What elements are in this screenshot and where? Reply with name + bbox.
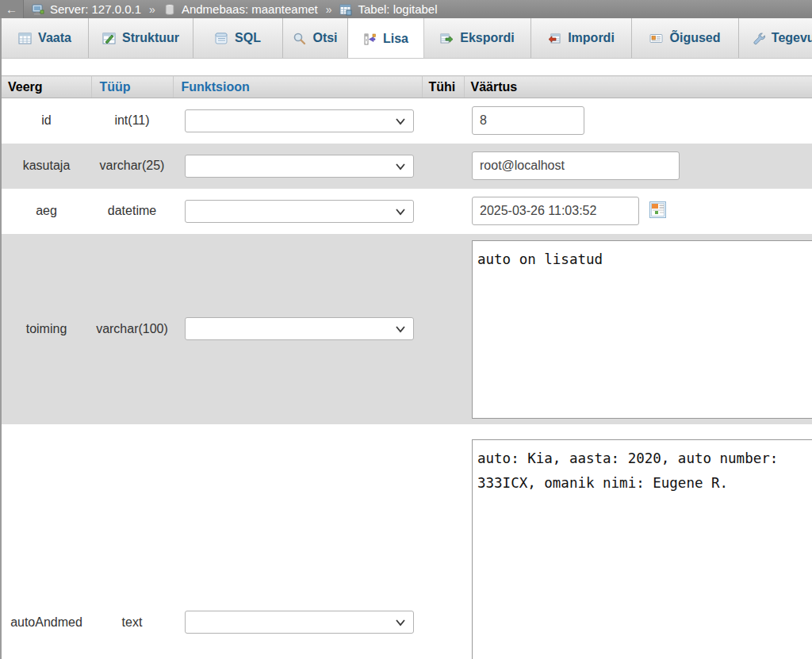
insert-form-table: Veerg Tüüp Funktsioon Tühi Väärtus id in… bbox=[2, 75, 812, 659]
breadcrumb-table-label: Tabel: logitabel bbox=[358, 2, 437, 16]
tab-insert[interactable]: Lisa bbox=[348, 18, 424, 59]
row-kasutaja: kasutaja varchar(25) bbox=[2, 144, 812, 189]
function-select-id[interactable] bbox=[185, 109, 414, 132]
function-select[interactable] bbox=[186, 201, 413, 222]
back-arrow-icon: ← bbox=[6, 2, 17, 16]
search-icon bbox=[293, 32, 306, 45]
browse-table-icon bbox=[18, 32, 32, 45]
tab-browse[interactable]: Vaata bbox=[2, 18, 89, 58]
column-type: text bbox=[91, 424, 173, 659]
privileges-icon bbox=[649, 32, 663, 45]
table-header-row: Veerg Tüüp Funktsioon Tühi Väärtus bbox=[2, 76, 812, 98]
row-autoandmed: autoAndmed text auto: Kia, aasta: 2020, … bbox=[2, 424, 812, 659]
header-type-link[interactable]: Tüüp bbox=[91, 76, 173, 98]
tab-structure[interactable]: Struktuur bbox=[89, 18, 193, 58]
tab-operations[interactable]: Tegevused bbox=[739, 18, 812, 58]
phpmyadmin-insert-page: ← Server: 127.0.0.1 » Andmebaas: maantea… bbox=[0, 0, 812, 659]
function-select[interactable] bbox=[186, 110, 413, 132]
column-name: aeg bbox=[2, 189, 91, 234]
column-type: varchar(100) bbox=[91, 234, 173, 424]
column-type: datetime bbox=[91, 189, 173, 234]
row-aeg: aeg datetime bbox=[2, 189, 812, 234]
value-input-kasutaja[interactable] bbox=[472, 151, 680, 180]
null-cell bbox=[422, 189, 464, 234]
tab-insert-label: Lisa bbox=[383, 32, 408, 46]
tab-bar: Vaata Struktuur SQL bbox=[2, 18, 812, 59]
tab-search-label: Otsi bbox=[312, 31, 337, 45]
function-select-kasutaja[interactable] bbox=[185, 155, 414, 178]
tab-privileges-label: Õigused bbox=[669, 31, 720, 45]
import-icon bbox=[548, 32, 561, 45]
breadcrumb: ← Server: 127.0.0.1 » Andmebaas: maantea… bbox=[0, 0, 812, 18]
sql-scroll-icon bbox=[215, 32, 228, 45]
tab-export-label: Ekspordi bbox=[460, 31, 514, 45]
tab-structure-label: Struktuur bbox=[122, 31, 179, 45]
function-select-toiming[interactable] bbox=[185, 317, 414, 340]
structure-icon bbox=[102, 32, 116, 45]
breadcrumb-database[interactable]: Andmebaas: maanteamet bbox=[163, 2, 318, 16]
breadcrumb-database-label: Andmebaas: maanteamet bbox=[182, 2, 318, 16]
breadcrumb-table[interactable]: Tabel: logitabel bbox=[339, 2, 437, 16]
calendar-icon bbox=[649, 201, 666, 218]
insert-icon bbox=[363, 33, 377, 46]
header-value: Väärtus bbox=[464, 76, 812, 98]
operations-wrench-icon bbox=[752, 32, 765, 45]
function-select-aeg[interactable] bbox=[185, 200, 414, 223]
tab-sql[interactable]: SQL bbox=[193, 18, 283, 58]
value-input-id[interactable] bbox=[472, 106, 584, 135]
tab-search[interactable]: Otsi bbox=[283, 18, 348, 58]
null-cell bbox=[422, 424, 464, 659]
row-toiming: toiming varchar(100) auto on lisatud bbox=[2, 234, 812, 424]
breadcrumb-separator: » bbox=[149, 3, 155, 16]
tab-browse-label: Vaata bbox=[38, 31, 71, 45]
column-type: varchar(25) bbox=[91, 144, 173, 189]
tab-import[interactable]: Impordi bbox=[531, 18, 632, 58]
column-name: kasutaja bbox=[2, 144, 91, 189]
main-panel: Vaata Struktuur SQL bbox=[0, 18, 812, 659]
tab-privileges[interactable]: Õigused bbox=[632, 18, 739, 58]
column-name: toiming bbox=[2, 234, 91, 424]
calendar-picker-button[interactable] bbox=[649, 201, 666, 221]
back-button[interactable]: ← bbox=[0, 0, 24, 18]
null-cell bbox=[422, 98, 464, 144]
null-cell bbox=[422, 234, 464, 424]
column-type: int(11) bbox=[91, 98, 173, 144]
function-select[interactable] bbox=[186, 155, 413, 177]
table-icon bbox=[339, 3, 352, 16]
breadcrumb-server-label: Server: 127.0.0.1 bbox=[50, 2, 141, 16]
value-textarea-autoandmed[interactable]: auto: Kia, aasta: 2020, auto number: 333… bbox=[472, 439, 812, 659]
row-id: id int(11) bbox=[2, 98, 812, 144]
breadcrumb-server[interactable]: Server: 127.0.0.1 bbox=[32, 2, 141, 16]
header-column: Veerg bbox=[2, 76, 91, 98]
column-name: id bbox=[2, 98, 91, 144]
spacer bbox=[2, 59, 812, 75]
server-icon bbox=[32, 3, 44, 16]
header-null: Tühi bbox=[422, 76, 464, 98]
null-cell bbox=[422, 144, 464, 189]
function-select[interactable] bbox=[186, 611, 413, 633]
tab-import-label: Impordi bbox=[568, 31, 615, 45]
tab-sql-label: SQL bbox=[235, 31, 261, 45]
function-select[interactable] bbox=[186, 318, 413, 339]
tab-export[interactable]: Ekspordi bbox=[424, 18, 531, 58]
value-textarea-toiming[interactable]: auto on lisatud bbox=[472, 240, 812, 419]
value-input-aeg[interactable] bbox=[472, 197, 639, 225]
tab-operations-label: Tegevused bbox=[772, 31, 812, 45]
breadcrumb-separator: » bbox=[326, 3, 332, 16]
column-name: autoAndmed bbox=[2, 424, 91, 659]
export-icon bbox=[440, 32, 454, 45]
database-icon bbox=[163, 3, 176, 16]
header-function-link[interactable]: Funktsioon bbox=[173, 76, 422, 98]
function-select-autoandmed[interactable] bbox=[185, 611, 414, 634]
